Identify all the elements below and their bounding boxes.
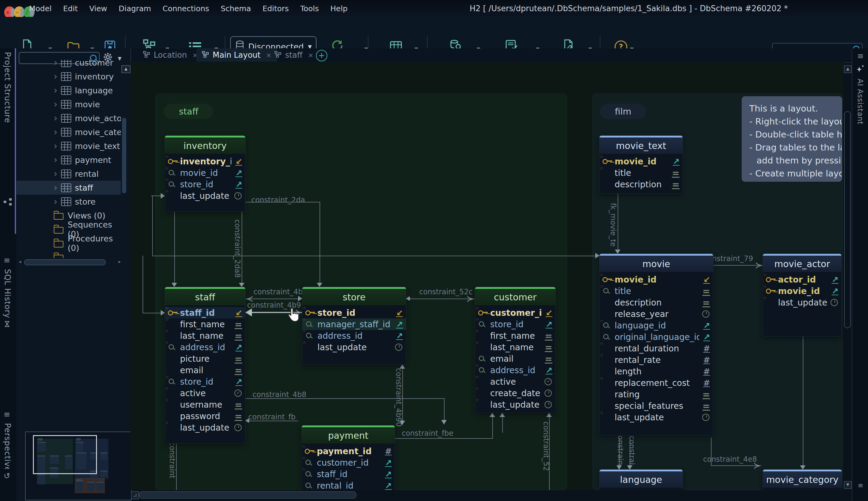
column-row[interactable]: manager_staff_id↗ <box>302 319 406 330</box>
scrollbar-thumb[interactable] <box>122 118 126 193</box>
chevron-right-icon[interactable]: › <box>54 114 57 123</box>
chevron-right-icon[interactable]: › <box>54 86 57 95</box>
column-row[interactable]: password= <box>165 411 245 422</box>
scroll-left-button[interactable]: ◂ <box>17 258 23 265</box>
table-header[interactable]: store <box>302 287 406 305</box>
diagram-canvas[interactable]: staff film ≺ ≻ ≻ <box>130 62 843 490</box>
sidebar-vscrollbar[interactable] <box>122 74 126 259</box>
column-row[interactable]: staff_id↙ <box>165 307 245 319</box>
sidebar-hscrollbar-thumb[interactable] <box>24 259 106 265</box>
menu-view[interactable]: View <box>89 4 107 13</box>
column-row[interactable]: address_id↗ <box>165 341 245 353</box>
sidebar-item-movie-actor[interactable]: ›movie_actor <box>16 111 121 125</box>
chevron-right-icon[interactable]: › <box>54 155 57 164</box>
sql-history-tab[interactable]: SQL History <box>3 269 12 318</box>
canvas-hscrollbar-thumb[interactable] <box>139 491 356 499</box>
panel-menu-icon[interactable]: ≡ <box>858 482 863 489</box>
menu-editors[interactable]: Editors <box>262 4 289 13</box>
column-row[interactable]: movie_id↗ <box>599 156 683 167</box>
column-row[interactable]: inventory_id↙ <box>165 156 245 167</box>
panel-menu-icon[interactable]: ≡ <box>4 410 10 419</box>
column-row[interactable]: movie_id↗ <box>763 285 842 297</box>
column-row[interactable]: rating= <box>599 388 713 400</box>
minimap-viewport[interactable] <box>33 435 97 474</box>
sidebar-item-customer[interactable]: ›customer <box>16 60 121 70</box>
scroll-down-button[interactable]: ▼ <box>844 481 852 489</box>
sidebar-item-procedures[interactable]: Procedures (0) <box>16 236 121 250</box>
sidebar-item-store[interactable]: ›store <box>16 195 121 209</box>
table-header[interactable]: payment <box>302 425 395 444</box>
column-row[interactable]: description= <box>599 179 683 190</box>
column-row[interactable]: email= <box>165 364 245 376</box>
chevron-right-icon[interactable]: › <box>54 128 57 137</box>
table-store[interactable]: store store_id↙ manager_staff_id↗ addres… <box>302 287 406 364</box>
column-row[interactable]: address_id↗ <box>475 364 555 376</box>
column-row[interactable]: movie_id↗ <box>165 167 245 179</box>
menu-diagram[interactable]: Diagram <box>119 4 151 13</box>
chevron-right-icon[interactable]: › <box>54 169 57 178</box>
tab-main-layout[interactable]: Main Layout× <box>196 49 277 62</box>
menu-tools[interactable]: Tools <box>300 4 319 13</box>
column-row[interactable]: title= <box>599 285 713 297</box>
column-row[interactable]: store_id↙ <box>302 307 406 319</box>
scroll-up-button[interactable]: ▲ <box>121 65 130 73</box>
table-staff[interactable]: staff staff_id↙ first_name= last_name= a… <box>165 287 245 443</box>
minimize-window-icon[interactable]: − <box>14 6 25 19</box>
close-tab-icon[interactable]: × <box>308 51 314 59</box>
chevron-right-icon[interactable]: › <box>54 60 57 67</box>
chevron-right-icon[interactable]: › <box>54 141 57 150</box>
diagram-minimap[interactable] <box>25 431 132 500</box>
column-row[interactable]: title= <box>599 167 683 179</box>
menu-schema[interactable]: Schema <box>221 4 251 13</box>
chevron-right-icon[interactable]: › <box>54 183 57 192</box>
column-row[interactable]: rental_id↗ <box>302 480 395 490</box>
sidebar-item-movie-text[interactable]: ›movie_text <box>16 139 121 153</box>
ai-assistant-tab[interactable]: AI Assistant <box>856 78 864 125</box>
perspective-tab[interactable]: Perspective <box>3 423 12 469</box>
column-row[interactable]: last_update <box>475 399 555 411</box>
column-row[interactable]: release_year <box>599 308 713 320</box>
sidebar-item-staff[interactable]: ›staff <box>16 181 121 195</box>
column-row[interactable]: actor_id↗ <box>763 274 842 285</box>
table-header[interactable]: customer <box>475 287 555 305</box>
column-row[interactable]: length# <box>599 366 713 377</box>
column-row[interactable]: store_id↗ <box>165 376 245 387</box>
column-row[interactable]: active <box>475 376 555 387</box>
menu-model[interactable]: Model <box>29 4 52 13</box>
column-row[interactable]: rental_duration# <box>599 343 713 354</box>
column-row[interactable]: first_name= <box>475 330 555 341</box>
table-movie-text[interactable]: movie_text movie_id↗ title= description= <box>599 136 683 193</box>
column-row[interactable]: last_update <box>763 297 842 308</box>
column-row[interactable]: replacement_cost# <box>599 377 713 388</box>
column-row[interactable]: last_name= <box>165 330 245 341</box>
column-row[interactable]: last_update <box>599 412 713 423</box>
sidebar-item-rental[interactable]: ›rental <box>16 167 121 181</box>
table-movie-actor[interactable]: movie_actor actor_id↗ movie_id↗ last_upd… <box>763 254 842 336</box>
table-header[interactable]: staff <box>165 287 245 305</box>
table-header[interactable]: movie_text <box>599 136 683 154</box>
column-row[interactable]: active <box>165 387 245 399</box>
table-header[interactable]: movie_actor <box>763 254 842 272</box>
column-row[interactable]: language_id↗ <box>599 320 713 331</box>
column-row[interactable]: last_update <box>165 190 245 202</box>
table-inventory[interactable]: inventory inventory_id↙ movie_id↗ store_… <box>165 136 245 212</box>
column-row[interactable]: description= <box>599 297 713 308</box>
column-row[interactable]: original_language_id↗ <box>599 331 713 343</box>
menu-help[interactable]: Help <box>330 4 348 13</box>
column-row[interactable]: store_id↗ <box>475 319 555 330</box>
column-row[interactable]: last_update <box>302 341 406 353</box>
scroll-corner-button[interactable]: ◿ <box>131 491 139 499</box>
table-movie[interactable]: movie movie_id↙ title= description= rele… <box>599 254 713 435</box>
menu-edit[interactable]: Edit <box>63 4 78 13</box>
table-header[interactable]: movie_category <box>763 470 842 488</box>
column-row[interactable]: customer_id↙ <box>475 307 555 319</box>
column-row[interactable]: email= <box>475 353 555 364</box>
sidebar-item-movie-category[interactable]: ›movie_category <box>16 125 121 139</box>
sidebar-item-movie[interactable]: ›movie <box>16 97 121 111</box>
project-structure-tab[interactable]: Project Structure <box>3 52 12 123</box>
table-header[interactable]: movie <box>599 254 713 272</box>
column-row[interactable]: staff_id↗ <box>302 468 395 480</box>
group-label-film[interactable]: film <box>600 104 646 119</box>
scroll-up-button[interactable]: ▲ <box>844 65 852 73</box>
column-row[interactable]: last_name= <box>475 341 555 353</box>
